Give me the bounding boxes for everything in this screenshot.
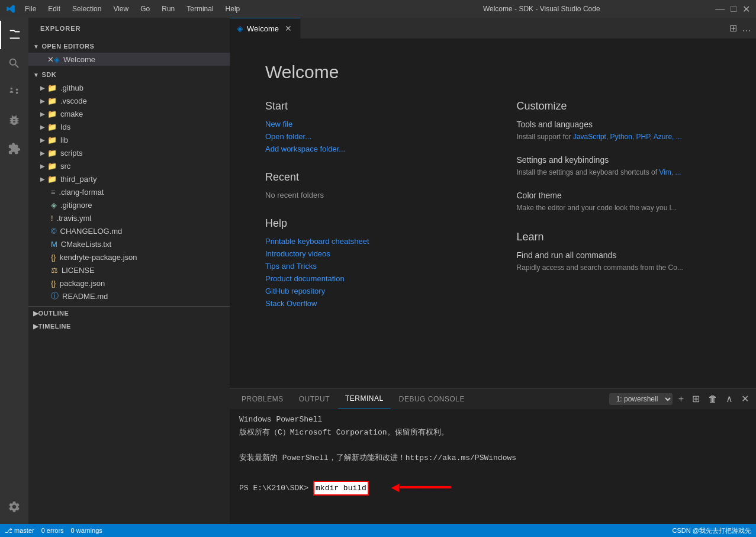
welcome-body: Start New file Open folder... Add worksp… [265,100,720,326]
open-editors-label: Open Editors [41,43,94,50]
settings-title: Settings and keybindings [517,155,721,165]
find-desc: Rapidly access and search commands from … [517,262,721,273]
open-editors-header[interactable]: ▼ Open Editors [28,40,230,53]
find-title: Find and run all commands [517,250,721,260]
tree-item-src[interactable]: ▶ 📁 src [28,159,230,172]
tree-item-ids[interactable]: ▶ 📁 Ids [28,120,230,133]
maximize-button[interactable]: □ [731,4,736,15]
timeline-label: Timeline [38,323,71,330]
timeline-header[interactable]: ▶ Timeline [28,320,230,333]
status-right: CSDN @我先去打把游戏先 [673,526,751,535]
menu-view[interactable]: View [108,4,133,14]
activity-search[interactable] [0,49,28,78]
folder-icon: 📁 [47,123,57,131]
outline-header[interactable]: ▶ Outline [28,307,230,320]
src-chevron: ▶ [40,163,45,169]
sidebar: Explorer ▼ Open Editors ✕ ◈ Welcome ▼ SD… [28,18,230,524]
add-workspace-link[interactable]: Add workspace folder... [265,144,469,153]
tab-output[interactable]: OUTPUT [292,388,337,409]
tree-item-scripts[interactable]: ▶ 📁 scripts [28,146,230,159]
tree-item-travis[interactable]: ! .travis.yml [28,211,230,224]
titlebar: File Edit Selection View Go Run Terminal… [0,0,756,18]
split-editor-icon[interactable]: ⊞ [729,22,737,34]
tab-problems[interactable]: PROBLEMS [234,388,291,409]
file-icon: ◈ [51,201,57,210]
welcome-left-column: Start New file Open folder... Add worksp… [265,100,469,326]
watermark-text: CSDN @我先去打把游戏先 [673,526,751,535]
tree-item-changelog[interactable]: © CHANGELOG.md [28,224,230,237]
intro-videos-link[interactable]: Introductory videos [265,249,469,258]
tree-item-package-json[interactable]: {} package.json [28,276,230,290]
stackoverflow-link[interactable]: Stack Overflow [265,299,469,308]
tree-item-gitignore[interactable]: ◈ .gitignore [28,198,230,211]
tree-item-label: LICENSE [62,266,95,275]
activity-explorer[interactable] [0,21,28,49]
menu-terminal[interactable]: Terminal [182,4,218,14]
tab-close-icon[interactable]: ✕ [285,24,292,33]
new-file-link[interactable]: New file [265,120,469,128]
tree-item-lib[interactable]: ▶ 📁 lib [28,133,230,146]
terminal-prompt: PS E:\K210\SDK> [239,483,308,494]
menu-edit[interactable]: Edit [43,4,65,14]
tree-item-github[interactable]: ▶ 📁 .github [28,81,230,94]
terminal-selector[interactable]: 1: powershell [609,393,673,405]
terminal-arrow: ◄━━━━━━ [391,478,451,499]
tab-debug-console[interactable]: DEBUG CONSOLE [392,388,472,409]
branch-label[interactable]: ⎇ master [5,527,34,535]
tree-item-kendryte-package[interactable]: {} kendryte-package.json [28,250,230,263]
open-editors-chevron: ▼ [33,43,39,50]
github-link[interactable]: GitHub repository [265,287,469,295]
tree-item-label: CHANGELOG.md [60,227,123,236]
folder-icon: 📁 [47,175,57,184]
keyboard-link[interactable]: Printable keyboard cheatsheet [265,237,469,246]
settings-links[interactable]: Vim, ... [659,168,681,176]
folder-icon: 📁 [47,149,57,157]
tree-item-readme[interactable]: ⓘ README.md [28,290,230,303]
close-editor-icon[interactable]: ✕ [47,55,54,64]
tree-item-third-party[interactable]: ▶ 📁 third_party [28,172,230,185]
file-icon: ≡ [51,188,56,197]
menu-file[interactable]: File [20,4,41,14]
activity-settings[interactable] [0,493,28,521]
activity-extensions[interactable] [0,134,28,163]
tree-item-cmake[interactable]: ▶ 📁 cmake [28,107,230,120]
tree-item-cmakelists[interactable]: M CMakeLists.txt [28,237,230,250]
tree-item-clang-format[interactable]: ≡ .clang-format [28,185,230,198]
activity-scm[interactable] [0,78,28,106]
settings-gear-icon [8,500,21,513]
tree-item-license[interactable]: ⚖ LICENSE [28,263,230,276]
menu-help[interactable]: Help [221,4,245,14]
split-terminal-icon[interactable]: ⊞ [690,392,702,406]
minimize-button[interactable]: — [715,4,725,15]
scroll-up-icon[interactable]: ∧ [723,392,735,406]
settings-keybindings-item: Settings and keybindings Install the set… [517,155,721,178]
close-button[interactable]: ✕ [742,4,750,15]
folder-icon: 📁 [47,136,57,144]
close-panel-icon[interactable]: ✕ [739,392,751,406]
open-editors-section: ▼ Open Editors ✕ ◈ Welcome [28,38,230,67]
tab-bar-actions: ⊞ … [725,18,756,38]
open-editor-welcome[interactable]: ✕ ◈ Welcome [28,53,230,66]
tools-desc: Install support for JavaScript, Python, … [517,131,721,142]
product-docs-link[interactable]: Product documentation [265,274,469,283]
file-icon: ! [51,214,53,223]
more-actions-icon[interactable]: … [742,23,751,34]
menu-selection[interactable]: Selection [67,4,106,14]
tree-item-vscode[interactable]: ▶ 📁 .vscode [28,94,230,107]
menu-go[interactable]: Go [136,4,155,14]
open-folder-link[interactable]: Open folder... [265,132,469,141]
activity-debug[interactable] [0,106,28,134]
debug-icon [8,114,21,127]
tips-link[interactable]: Tips and Tricks [265,262,469,271]
kill-terminal-icon[interactable]: 🗑 [706,393,720,406]
menu-run[interactable]: Run [157,4,179,14]
tab-welcome[interactable]: ◈ Welcome ✕ [230,18,301,38]
timeline-chevron: ▶ [33,323,38,330]
tab-terminal[interactable]: TERMINAL [338,388,391,409]
tools-links[interactable]: JavaScript, Python, PHP, Azure, ... [573,133,682,141]
file-icon: {} [51,253,56,262]
add-terminal-icon[interactable]: + [676,393,686,406]
sdk-header[interactable]: ▼ SDK [28,68,230,81]
terminal-content[interactable]: Windows PowerShell 版权所有（C）Microsoft Corp… [230,409,756,524]
customize-section: Customize Tools and languages Install su… [517,100,721,213]
